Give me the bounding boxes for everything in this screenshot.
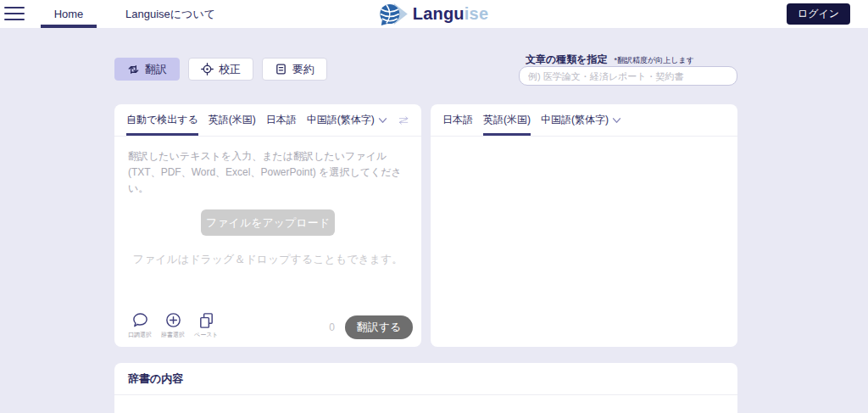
chevron-down-icon[interactable]: [612, 117, 621, 124]
paste-label: ペースト: [194, 331, 219, 339]
target-lang-english-us[interactable]: 英語(米国): [483, 104, 531, 136]
swap-vertical-icon: [127, 63, 140, 75]
doc-type-label: 文章の種類を指定: [526, 53, 608, 67]
nav-item-about[interactable]: Languiseについて: [125, 0, 215, 28]
tab-summarize[interactable]: 要約: [262, 58, 327, 81]
doc-type-note: *翻訳精度が向上します: [615, 55, 694, 66]
dictionary-select-label: 辞書選択: [161, 331, 185, 339]
source-lang-auto-label: 自動で検出する: [126, 113, 198, 127]
source-input-area: 翻訳したいテキストを入力、または翻訳したいファイル (TXT、PDF、Word、…: [114, 137, 421, 346]
dictionary-section: 辞書の内容: [114, 363, 737, 413]
crosshair-icon: [201, 63, 214, 75]
dictionary-title: 辞書の内容: [128, 371, 183, 387]
char-count: 0: [329, 321, 335, 333]
mode-tab-bar: 翻訳 校正 要約: [114, 58, 327, 81]
target-language-bar: 日本語 英語(米国) 中国語(繁体字): [431, 104, 737, 137]
languise-app: Home Languiseについて Languise ログイン: [0, 0, 868, 413]
translate-button[interactable]: 翻訳する: [345, 315, 413, 339]
source-panel: 自動で検出する 英語(米国) 日本語 中国語(繁体字): [114, 104, 421, 347]
active-nav-underline: [41, 25, 97, 28]
tab-proofread[interactable]: 校正: [188, 58, 253, 81]
target-lang-japanese-label: 日本語: [442, 113, 473, 127]
tab-summarize-label: 要約: [292, 62, 314, 77]
document-icon: [275, 63, 287, 75]
paste-icon: [198, 311, 215, 329]
upload-file-button[interactable]: ファイルをアップロード: [201, 209, 335, 236]
source-language-bar: 自動で検出する 英語(米国) 日本語 中国語(繁体字): [114, 104, 421, 137]
tab-translate-label: 翻訳: [145, 62, 167, 77]
tab-proofread-label: 校正: [219, 62, 241, 77]
source-lang-japanese-label: 日本語: [266, 113, 297, 127]
source-textarea[interactable]: 翻訳したいテキストを入力、または翻訳したいファイル (TXT、PDF、Word、…: [128, 148, 409, 198]
dragdrop-hint: ファイルはドラッグ＆ドロップすることもできます。: [114, 252, 421, 267]
source-placeholder-line2: (TXT、PDF、Word、Excel、PowerPoint) を選択してくださ…: [128, 165, 409, 197]
tone-select-label: 口調選択: [128, 331, 152, 339]
speech-bubble-icon: [131, 311, 149, 329]
chevron-down-icon[interactable]: [378, 117, 387, 124]
target-lang-english-label: 英語(米国): [483, 113, 531, 127]
tone-select-button[interactable]: 口調選択: [128, 311, 152, 339]
source-footer-right: 0 翻訳する: [329, 315, 413, 339]
top-nav-bar: Home Languiseについて Languise ログイン: [0, 0, 868, 28]
source-lang-chinese-label: 中国語(繁体字): [307, 113, 375, 127]
target-panel: 日本語 英語(米国) 中国語(繁体字): [431, 104, 737, 347]
doc-type-input[interactable]: [519, 66, 737, 86]
tab-translate[interactable]: 翻訳: [114, 58, 180, 81]
source-lang-english-label: 英語(米国): [209, 113, 256, 127]
languise-globe-icon: [380, 2, 409, 26]
swap-languages-icon[interactable]: [398, 113, 409, 128]
target-output-area: [431, 137, 737, 346]
dictionary-select-button[interactable]: 辞書選択: [161, 311, 185, 339]
paste-button[interactable]: ペースト: [194, 311, 219, 339]
source-tools: 口調選択 辞書選択: [128, 311, 219, 339]
source-placeholder-line1: 翻訳したいテキストを入力、または翻訳したいファイル: [128, 148, 409, 165]
languise-logo[interactable]: Languise: [380, 2, 488, 26]
login-button[interactable]: ログイン: [787, 3, 850, 25]
hamburger-menu-icon[interactable]: [4, 7, 25, 21]
source-lang-japanese[interactable]: 日本語: [266, 104, 297, 136]
plus-circle-icon: [164, 311, 182, 329]
target-lang-japanese[interactable]: 日本語: [442, 104, 473, 136]
source-panel-footer: 口調選択 辞書選択: [128, 311, 413, 339]
target-lang-chinese-traditional[interactable]: 中国語(繁体字): [541, 104, 621, 136]
source-lang-english-us[interactable]: 英語(米国): [209, 104, 256, 136]
source-lang-chinese-traditional[interactable]: 中国語(繁体字): [307, 104, 387, 136]
doc-type-header: 文章の種類を指定 *翻訳精度が向上します: [526, 53, 694, 67]
dictionary-header: 辞書の内容: [114, 363, 737, 395]
target-lang-chinese-label: 中国語(繁体字): [541, 113, 609, 127]
source-lang-auto-detect[interactable]: 自動で検出する: [126, 104, 198, 136]
logo-wordmark: Languise: [413, 4, 488, 24]
